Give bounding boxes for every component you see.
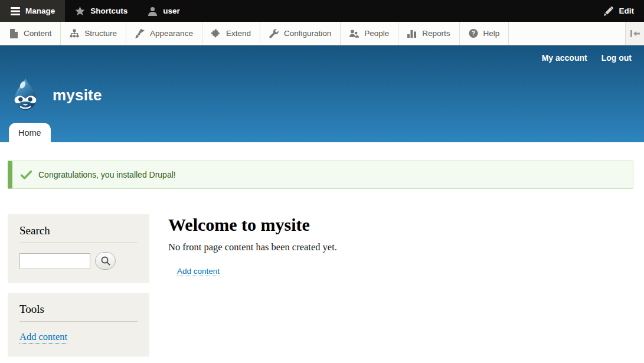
edit-button-label: Edit [619,6,635,15]
search-form [19,252,138,270]
search-input[interactable] [19,253,90,269]
admin-toolbar-bar: Manage Shortcuts user Edit [0,0,644,22]
toolbar-item-label: People [364,29,389,38]
toolbar-tray-filler [509,22,625,45]
adminbar-item-label: user [163,6,180,15]
svg-text:?: ? [471,30,475,37]
toolbar-item-extend[interactable]: Extend [202,22,260,45]
star-icon [75,6,85,16]
toolbar-item-people[interactable]: People [341,22,398,45]
no-content-text: No front page content has been created y… [168,241,633,253]
user-icon [148,6,158,16]
add-content-link-sidebar[interactable]: Add content [19,331,67,344]
people-icon [349,29,359,38]
site-name[interactable]: mysite [53,86,102,104]
secondary-menu: My account Log out [542,53,632,63]
toolbar-item-label: Appearance [150,29,193,38]
sitemap-icon [70,29,79,38]
adminbar-item-shortcuts[interactable]: Shortcuts [65,0,138,22]
drupal-logo[interactable] [8,77,43,113]
page-title: Welcome to mysite [168,215,633,235]
adminbar-item-label: Manage [25,6,55,15]
toolbar-item-label: Configuration [284,29,331,38]
pencil-icon [604,6,614,16]
status-message: Congratulations, you installed Drupal! [8,161,633,189]
page-columns: Search Tools Add content Welcome to mysi… [8,214,633,363]
puzzle-icon [211,29,221,38]
main-content: Welcome to mysite No front page content … [168,214,633,276]
adminbar-item-user[interactable]: user [138,0,190,22]
menu-icon [10,6,20,16]
edit-button[interactable]: Edit [594,0,644,22]
tools-block: Tools Add content [8,293,149,357]
toolbar-item-content[interactable]: Content [0,22,61,45]
search-button[interactable] [95,252,116,270]
search-block: Search [8,214,149,283]
search-block-title: Search [19,224,138,243]
my-account-link[interactable]: My account [542,53,587,63]
tools-block-title: Tools [19,303,138,322]
toolbar-item-label: Help [483,29,500,38]
toolbar-item-help[interactable]: ? Help [460,22,509,45]
toolbar-item-label: Content [24,29,51,38]
add-content-link-main[interactable]: Add content [177,267,220,276]
action-links: Add content [177,266,633,276]
bar-chart-icon [407,29,417,38]
checkmark-icon [21,171,32,179]
toolbar-item-appearance[interactable]: Appearance [126,22,202,45]
tab-home[interactable]: Home [9,123,51,142]
toolbar-item-label: Extend [226,29,251,38]
toggle-orientation-icon [630,29,640,38]
toolbar-item-label: Structure [84,29,117,38]
toolbar-item-label: Reports [422,29,450,38]
adminbar-item-manage[interactable]: Manage [0,0,65,22]
logout-link[interactable]: Log out [601,53,632,63]
toggle-orientation-button[interactable] [625,22,644,45]
sidebar: Search Tools Add content [8,214,149,363]
site-branding: mysite [8,77,102,113]
admin-toolbar-tray: Content Structure Appearance Extend Conf… [0,22,644,45]
question-icon: ? [469,29,478,38]
toolbar-item-structure[interactable]: Structure [61,22,126,45]
toolbar-item-configuration[interactable]: Configuration [260,22,341,45]
adminbar-spacer [190,0,594,22]
toolbar-item-reports[interactable]: Reports [398,22,459,45]
wrench-icon [269,29,279,38]
paintbrush-icon [135,29,145,38]
adminbar-item-label: Shortcuts [90,6,128,15]
site-header: My account Log out mysite Home [0,45,644,142]
status-message-text: Congratulations, you installed Drupal! [38,170,176,179]
search-icon [101,256,110,266]
file-icon [9,29,18,38]
